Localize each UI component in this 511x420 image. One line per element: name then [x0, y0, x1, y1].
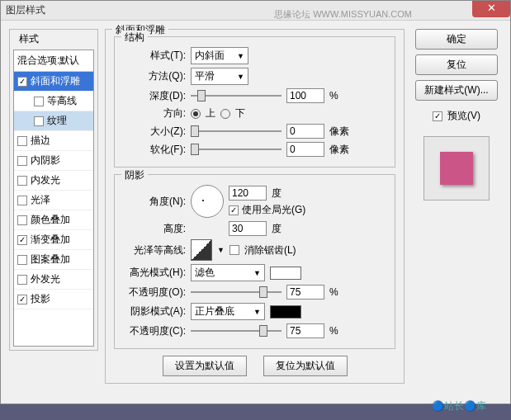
direction-up-radio[interactable]	[191, 109, 201, 119]
style-label: 外发光	[31, 272, 60, 286]
style-label: 描边	[31, 134, 50, 148]
style-item-dropshadow[interactable]: 投影	[14, 290, 93, 309]
style-list: 混合选项:默认 斜面和浮雕 等高线 纹理 描边 内阴影 内发光 光泽 颜色叠加 …	[13, 50, 94, 347]
highlight-opacity-label: 不透明度(O):	[121, 286, 186, 300]
style-label: 纹理	[47, 114, 67, 128]
checkbox-icon[interactable]	[17, 176, 27, 186]
style-label: 样式(T):	[121, 49, 186, 63]
unit-label: 像素	[329, 143, 349, 157]
checkbox-icon[interactable]	[34, 116, 44, 126]
chevron-down-icon: ▼	[237, 73, 244, 81]
shading-subgroup: 阴影 角度(N): 120 度 使用全局光(G)	[114, 174, 395, 349]
shadow-opacity-slider[interactable]	[191, 325, 282, 337]
soften-input[interactable]: 0	[286, 142, 324, 157]
highlight-color-swatch[interactable]	[270, 267, 301, 280]
style-item-outerglow[interactable]: 外发光	[14, 270, 93, 290]
preview-box	[423, 136, 490, 201]
dialog-window: 图层样式 ✕ 样式 混合选项:默认 斜面和浮雕 等高线 纹理 描边 内阴影 内发…	[0, 0, 511, 404]
checkbox-icon[interactable]	[17, 77, 27, 87]
unit-label: 像素	[329, 125, 349, 139]
preview-checkbox[interactable]	[433, 111, 442, 121]
angle-input[interactable]: 120	[229, 186, 267, 201]
reset-default-button[interactable]: 复位为默认值	[263, 356, 348, 376]
checkbox-icon[interactable]	[17, 215, 27, 225]
soften-slider[interactable]	[191, 144, 282, 155]
style-label: 等高线	[47, 94, 77, 108]
checkbox-icon[interactable]	[17, 255, 27, 265]
close-button[interactable]: ✕	[472, 1, 510, 17]
chevron-down-icon: ▼	[253, 308, 261, 316]
style-label: 光泽	[31, 193, 50, 207]
checkbox-icon[interactable]	[17, 275, 27, 285]
shadow-color-swatch[interactable]	[270, 305, 301, 319]
style-label: 斜面和浮雕	[31, 74, 80, 88]
unit-label: %	[329, 90, 338, 101]
subgroup-title: 结构	[121, 31, 148, 45]
depth-input[interactable]: 100	[286, 88, 324, 103]
blend-options-item[interactable]: 混合选项:默认	[14, 50, 93, 72]
checkbox-icon[interactable]	[17, 295, 27, 304]
select-value: 正片叠底	[195, 304, 234, 319]
technique-label: 方法(Q):	[121, 69, 186, 83]
make-default-button[interactable]: 设置为默认值	[163, 356, 247, 376]
titlebar: 图层样式 ✕	[1, 1, 510, 21]
direction-down-radio[interactable]	[220, 109, 230, 119]
altitude-input[interactable]: 30	[229, 221, 267, 236]
style-item-patternoverlay[interactable]: 图案叠加	[14, 250, 93, 270]
gloss-label: 光泽等高线:	[121, 243, 186, 257]
style-item-contour[interactable]: 等高线	[14, 92, 93, 111]
size-slider[interactable]	[191, 125, 282, 137]
chevron-down-icon[interactable]: ▼	[217, 246, 225, 254]
watermark-top: 思缘论坛 WWW.MISSYUAN.COM	[274, 8, 412, 21]
angle-picker[interactable]	[191, 185, 224, 218]
style-item-coloroverlay[interactable]: 颜色叠加	[14, 210, 93, 230]
radio-label: 下	[235, 106, 245, 120]
technique-select[interactable]: 平滑▼	[191, 68, 248, 85]
highlight-opacity-input[interactable]: 75	[286, 285, 324, 300]
size-input[interactable]: 0	[286, 124, 324, 139]
style-label: 内发光	[31, 173, 60, 187]
style-item-gradientoverlay[interactable]: 渐变叠加	[14, 230, 93, 250]
shadow-opacity-input[interactable]: 75	[286, 323, 324, 338]
style-label: 内阴影	[31, 153, 60, 168]
shadow-mode-label: 阴影模式(A):	[121, 304, 186, 319]
shadow-mode-select[interactable]: 正片叠底▼	[191, 303, 265, 320]
highlight-opacity-slider[interactable]	[191, 286, 282, 298]
style-item-innerglow[interactable]: 内发光	[14, 171, 93, 191]
style-label: 颜色叠加	[31, 213, 70, 227]
gloss-contour-picker[interactable]	[191, 239, 212, 261]
altitude-label: 高度:	[121, 222, 186, 236]
style-item-satin[interactable]: 光泽	[14, 191, 93, 210]
global-light-checkbox[interactable]	[229, 205, 239, 215]
cancel-button[interactable]: 复位	[415, 54, 498, 75]
style-label: 投影	[31, 292, 50, 306]
select-value: 内斜面	[195, 49, 225, 63]
new-style-button[interactable]: 新建样式(W)...	[415, 80, 498, 101]
style-item-innershadow[interactable]: 内阴影	[14, 151, 93, 171]
radio-label: 上	[206, 106, 215, 120]
structure-subgroup: 结构 样式(T): 内斜面▼ 方法(Q): 平滑▼ 深度(D): 100 %	[114, 36, 395, 168]
checkbox-icon[interactable]	[17, 136, 27, 146]
style-select[interactable]: 内斜面▼	[191, 47, 248, 64]
bevel-group: 斜面和浮雕 结构 样式(T): 内斜面▼ 方法(Q): 平滑▼ 深度(D): 1	[105, 29, 405, 384]
style-item-stroke[interactable]: 描边	[14, 131, 93, 151]
depth-slider[interactable]	[191, 90, 282, 101]
antialias-checkbox[interactable]	[229, 245, 239, 255]
window-title: 图层样式	[6, 3, 45, 17]
watermark-bottom: 🔵站长🔵库	[432, 399, 486, 413]
checkbox-icon[interactable]	[17, 156, 27, 166]
styles-sidebar: 样式 混合选项:默认 斜面和浮雕 等高线 纹理 描边 内阴影 内发光 光泽 颜色…	[9, 29, 98, 390]
checkbox-icon[interactable]	[17, 235, 27, 245]
ok-button[interactable]: 确定	[415, 29, 498, 50]
checkbox-icon[interactable]	[17, 196, 27, 205]
depth-label: 深度(D):	[121, 89, 186, 103]
highlight-mode-select[interactable]: 滤色▼	[191, 264, 265, 281]
unit-label: %	[329, 325, 338, 337]
checkbox-icon[interactable]	[34, 97, 44, 106]
unit-label: 度	[272, 222, 282, 236]
unit-label: %	[329, 286, 338, 298]
direction-label: 方向:	[121, 106, 186, 120]
style-item-texture[interactable]: 纹理	[14, 111, 93, 131]
style-item-bevel[interactable]: 斜面和浮雕	[14, 72, 93, 92]
highlight-mode-label: 高光模式(H):	[121, 266, 186, 280]
